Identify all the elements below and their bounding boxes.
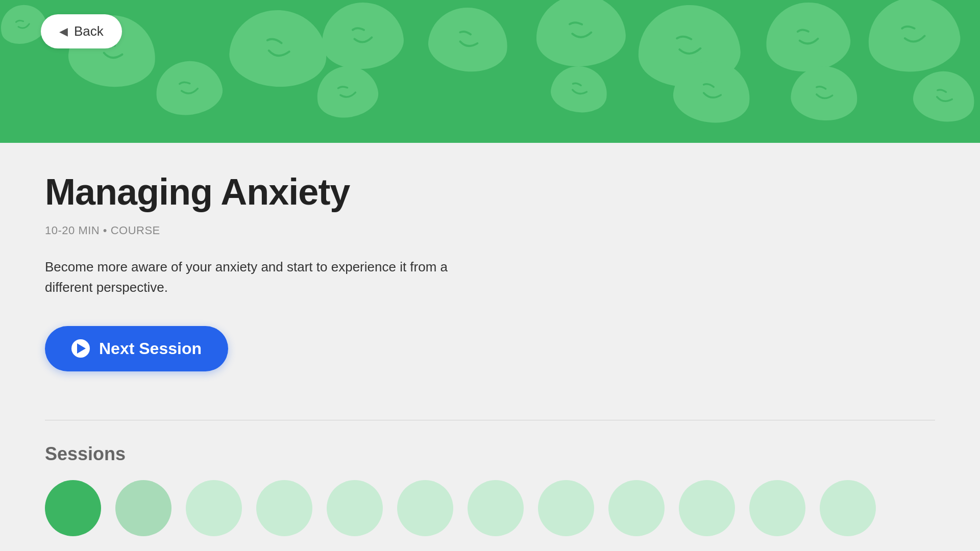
decorative-blob (228, 8, 329, 89)
content-area: Managing Anxiety 10-20 MIN • COURSE Beco… (0, 143, 980, 392)
session-circle-9[interactable] (608, 480, 665, 536)
decorative-blob (762, 0, 853, 76)
session-circle-2[interactable] (115, 480, 172, 536)
session-circle-10[interactable] (679, 480, 735, 536)
back-chevron-icon: ◀ (59, 25, 68, 38)
session-circle-7[interactable] (468, 480, 524, 536)
session-circle-3[interactable] (186, 480, 242, 536)
sessions-row (45, 480, 935, 536)
session-circle-5[interactable] (327, 480, 383, 536)
decorative-blob (319, 0, 406, 72)
session-circle-6[interactable] (397, 480, 453, 536)
course-description: Become more aware of your anxiety and st… (45, 257, 463, 298)
session-circle-4[interactable] (256, 480, 312, 536)
next-session-label: Next Session (99, 339, 202, 358)
course-meta: 10-20 MIN • COURSE (45, 224, 935, 237)
next-session-button[interactable]: Next Session (45, 326, 228, 371)
decorative-blob (864, 0, 964, 77)
session-circle-11[interactable] (749, 480, 805, 536)
hero-banner: ◀ Back (0, 0, 980, 143)
course-title: Managing Anxiety (45, 171, 935, 213)
back-button[interactable]: ◀ Back (41, 14, 122, 48)
session-circle-8[interactable] (538, 480, 594, 536)
decorative-blob (910, 67, 978, 126)
sessions-heading: Sessions (45, 443, 935, 465)
decorative-blob (152, 57, 225, 119)
play-triangle-icon (77, 343, 86, 354)
play-icon (71, 339, 90, 358)
decorative-blob (548, 63, 610, 116)
decorative-blob (426, 4, 511, 76)
sessions-section: Sessions (0, 443, 980, 536)
back-button-label: Back (74, 23, 104, 39)
section-divider (45, 420, 935, 420)
decorative-blob (312, 61, 382, 122)
session-circle-12[interactable] (820, 480, 876, 536)
session-circle-1[interactable] (45, 480, 101, 536)
decorative-blob (789, 64, 859, 123)
decorative-blob (533, 0, 627, 69)
